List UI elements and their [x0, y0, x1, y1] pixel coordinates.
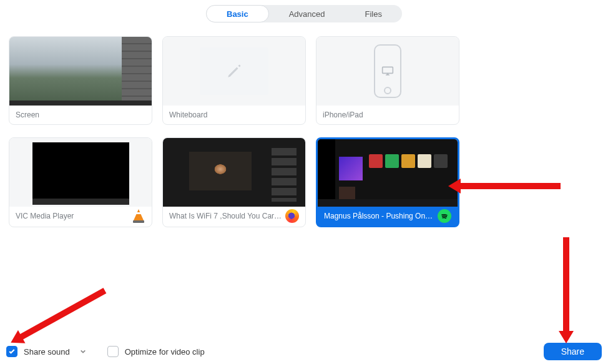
share-options-grid: Screen Whiteboard iPhone/iPad VIC Media …: [0, 22, 608, 227]
tab-group: Basic Advanced Files: [206, 5, 402, 22]
thumbnail-firefox: [163, 138, 305, 207]
option-label: Whiteboard: [163, 106, 305, 124]
share-sound-checkbox[interactable]: [6, 346, 17, 357]
thumbnail-whiteboard: [163, 37, 305, 106]
thumbnail-vlc: [9, 138, 152, 207]
annotation-arrow-share-button: [559, 237, 574, 343]
airplay-icon: [381, 66, 394, 77]
option-vlc-window[interactable]: VIC Media Player: [9, 137, 152, 227]
option-whiteboard[interactable]: Whiteboard: [162, 36, 306, 125]
spotify-icon: [438, 209, 451, 223]
option-label: iPhone/iPad: [316, 106, 459, 124]
option-screen[interactable]: Screen: [9, 36, 152, 125]
option-label: Screen: [9, 106, 152, 124]
option-label: Magnus Pålsson - Pushing Onwa...: [318, 207, 458, 225]
footer-bar: Share sound Optimize for video clip Shar…: [0, 339, 608, 364]
vlc-icon: [132, 209, 145, 223]
svg-rect-0: [383, 67, 393, 73]
option-spotify-window[interactable]: Magnus Pålsson - Pushing Onwa...: [316, 137, 459, 227]
tab-files[interactable]: Files: [345, 5, 402, 22]
share-button[interactable]: Share: [544, 343, 602, 360]
option-label: What Is WiFi 7 ,Should You Care? ...: [163, 207, 305, 225]
pencil-icon: [226, 63, 242, 79]
tab-basic[interactable]: Basic: [206, 5, 269, 22]
firefox-icon: [285, 209, 299, 223]
option-iphone-ipad[interactable]: iPhone/iPad: [316, 36, 459, 125]
thumbnail-spotify: [318, 139, 458, 207]
option-firefox-window[interactable]: What Is WiFi 7 ,Should You Care? ...: [162, 137, 306, 227]
tab-advanced[interactable]: Advanced: [269, 5, 345, 22]
share-mode-tabs: Basic Advanced Files: [0, 0, 608, 22]
thumbnail-iphone: [316, 37, 459, 106]
option-label: VIC Media Player: [9, 207, 152, 225]
optimize-video-label: Optimize for video clip: [125, 347, 205, 357]
share-sound-label: Share sound: [24, 347, 70, 357]
optimize-video-checkbox[interactable]: [107, 346, 119, 357]
chevron-down-icon[interactable]: [80, 348, 86, 355]
thumbnail-screen: [9, 37, 152, 106]
